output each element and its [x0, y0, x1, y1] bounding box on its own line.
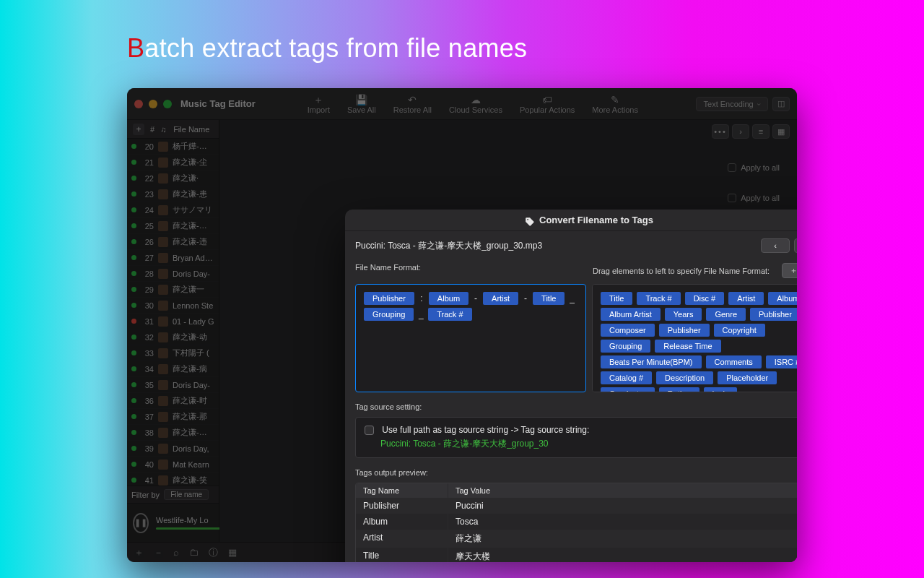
- format-token[interactable]: Title: [533, 292, 565, 305]
- format-token[interactable]: Album: [429, 292, 468, 305]
- available-token[interactable]: Comments: [706, 355, 762, 368]
- table-row[interactable]: 41 薛之谦-笑: [127, 473, 219, 486]
- folder-icon[interactable]: 🗀: [189, 547, 199, 558]
- window-controls[interactable]: [134, 100, 172, 108]
- table-row[interactable]: 24 ササノマリ: [127, 202, 219, 218]
- overflow-button[interactable]: •••: [712, 124, 729, 139]
- available-token[interactable]: Composer: [601, 324, 655, 337]
- grid-icon[interactable]: ▦: [228, 547, 237, 558]
- checkbox-icon[interactable]: [728, 163, 736, 172]
- apply-to-all-row[interactable]: Apply to all: [728, 194, 780, 202]
- restore-all-button[interactable]: ↶Restore All: [393, 94, 432, 114]
- available-token[interactable]: Grouping: [601, 340, 650, 353]
- available-token[interactable]: Album: [768, 292, 797, 305]
- available-token[interactable]: Catalog #: [601, 371, 652, 384]
- available-token[interactable]: Years: [665, 308, 702, 321]
- import-button[interactable]: ＋Import: [308, 94, 330, 114]
- window-title: Music Tag Editor: [180, 98, 256, 109]
- available-token[interactable]: Artist: [728, 292, 764, 305]
- table-row[interactable]: 27 Bryan Adam: [127, 250, 219, 266]
- table-row[interactable]: 29 薛之谦一: [127, 282, 219, 298]
- play-pause-button[interactable]: ❚❚: [133, 513, 149, 533]
- encoding-select[interactable]: Text Encoding›: [696, 97, 768, 111]
- available-token[interactable]: Beats Per Minute(BPM): [601, 355, 702, 368]
- cloud-button[interactable]: ☁︎Cloud Services: [449, 94, 502, 114]
- table-row[interactable]: 35 Doris Day-: [127, 377, 219, 393]
- table-row[interactable]: 38 薛之谦-暖时: [127, 425, 219, 441]
- available-token[interactable]: Rating: [659, 387, 699, 392]
- close-icon[interactable]: [134, 100, 143, 108]
- available-token[interactable]: Disc #: [685, 292, 725, 305]
- status-dot: [131, 350, 136, 355]
- status-dot: [131, 223, 136, 228]
- available-token[interactable]: Copyright: [714, 324, 765, 337]
- table-row[interactable]: 30 Lennon Ste: [127, 298, 219, 314]
- prev-file-button[interactable]: ‹: [761, 238, 790, 253]
- table-row[interactable]: 25 薛之谦-初好: [127, 218, 219, 234]
- remove-icon[interactable]: －: [154, 546, 163, 559]
- available-token[interactable]: Description: [656, 371, 713, 384]
- row-filename: 薛之谦-暖时: [173, 427, 214, 438]
- view-grid-icon[interactable]: ▦: [772, 124, 790, 139]
- available-token[interactable]: Placeholder: [718, 371, 777, 384]
- available-token[interactable]: Release Time: [655, 340, 720, 353]
- filter-mode-select[interactable]: File name: [164, 489, 209, 500]
- view-list-icon[interactable]: ≡: [752, 124, 770, 139]
- save-all-button[interactable]: 💾Save All: [347, 94, 376, 114]
- format-token[interactable]: Track #: [428, 308, 471, 321]
- zoom-icon[interactable]: [163, 100, 172, 108]
- table-row[interactable]: 26 薛之谦-违: [127, 234, 219, 250]
- format-token[interactable]: Grouping: [364, 308, 414, 321]
- table-row[interactable]: 22 薛之谦·: [127, 171, 219, 186]
- available-token[interactable]: Conductor: [601, 387, 655, 392]
- table-row[interactable]: 37 薛之谦-那: [127, 409, 219, 425]
- hero-title: Batch extract tags from file names: [127, 33, 527, 64]
- table-row[interactable]: 20 杨千嬅-处处: [127, 139, 219, 155]
- table-row[interactable]: 39 Doris Day,: [127, 441, 219, 457]
- tokens-pane[interactable]: TitleTrack #Disc #ArtistAlbumAlbum Artis…: [592, 284, 797, 392]
- separator[interactable]: _: [416, 309, 426, 319]
- available-token[interactable]: Publisher: [659, 324, 710, 337]
- available-token[interactable]: Genre: [706, 308, 746, 321]
- next-file-button[interactable]: ›: [794, 238, 797, 253]
- search-icon[interactable]: ⌕: [173, 547, 179, 558]
- available-token[interactable]: ISRC #: [766, 355, 797, 368]
- use-full-path-checkbox[interactable]: [365, 426, 374, 435]
- apply-to-all-row[interactable]: Apply to all: [728, 163, 780, 172]
- available-token[interactable]: Track #: [637, 292, 680, 305]
- table-row[interactable]: 34 薛之谦-病: [127, 361, 219, 377]
- table-row[interactable]: 36 薛之谦-时: [127, 393, 219, 409]
- format-pane[interactable]: Publisher:Album-Artist-Title_Grouping_Tr…: [355, 284, 586, 392]
- separator[interactable]: -: [471, 293, 481, 303]
- add-file-button[interactable]: +: [133, 124, 144, 135]
- row-number: 25: [141, 222, 154, 230]
- next-button[interactable]: ›: [732, 124, 749, 139]
- table-row[interactable]: 21 薛之谦-尘: [127, 155, 219, 171]
- minimize-icon[interactable]: [149, 100, 157, 108]
- table-row: PublisherPuccini: [356, 498, 797, 514]
- separator[interactable]: _: [567, 293, 577, 303]
- table-row[interactable]: 40 Mat Kearn: [127, 457, 219, 473]
- status-dot: [131, 366, 136, 371]
- add-token-button[interactable]: ＋ Add: [782, 263, 797, 278]
- sidebar-toggle-icon[interactable]: ◫: [772, 97, 790, 111]
- info-icon[interactable]: ⓘ: [209, 546, 218, 559]
- checkbox-icon[interactable]: [728, 194, 736, 202]
- row-filename: 薛之谦-患: [173, 189, 207, 199]
- table-row[interactable]: 31 01 - Lady G: [127, 314, 219, 329]
- separator[interactable]: :: [417, 293, 427, 303]
- table-row[interactable]: 28 Doris Day-: [127, 266, 219, 282]
- available-token[interactable]: Publisher: [750, 308, 797, 321]
- popular-button[interactable]: 🏷Popular Actions: [520, 94, 575, 114]
- available-token[interactable]: Title: [601, 292, 632, 305]
- format-token[interactable]: Artist: [483, 292, 518, 305]
- format-token[interactable]: Publisher: [364, 292, 414, 305]
- available-token[interactable]: Album Artist: [601, 308, 661, 321]
- separator[interactable]: -: [520, 293, 531, 303]
- more-button[interactable]: ✎More Actions: [592, 94, 638, 114]
- table-row[interactable]: 23 薛之谦-患: [127, 186, 219, 202]
- table-row[interactable]: 32 薛之谦-动: [127, 329, 219, 345]
- table-row[interactable]: 33 下村陽子 (: [127, 345, 219, 361]
- add-icon[interactable]: ＋: [134, 546, 144, 559]
- available-token[interactable]: Lyric: [704, 387, 738, 392]
